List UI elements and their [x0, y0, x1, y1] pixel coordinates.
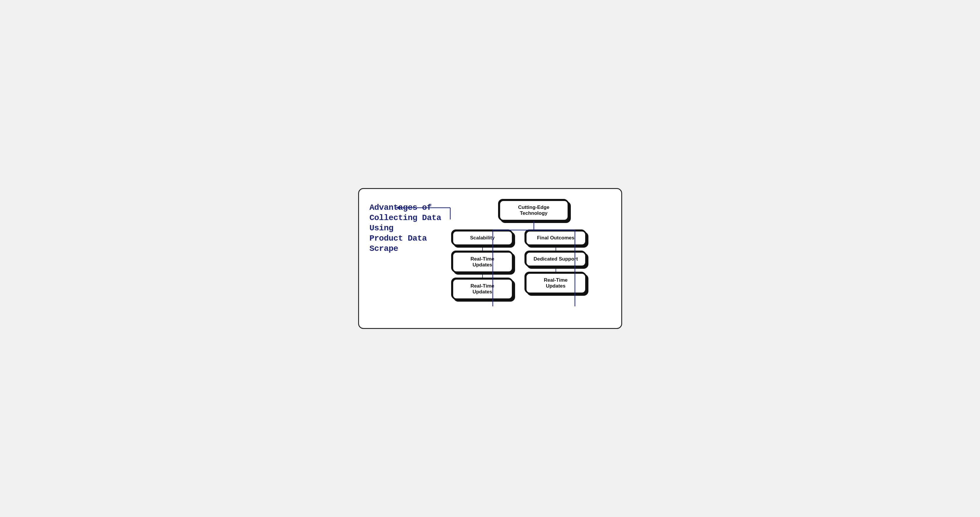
svg-marker-2 [396, 206, 400, 210]
main-card: Advantages of Collecting Data Using Prod… [358, 188, 622, 329]
node-realtime-updates-left-1: Real-Time Updates [452, 251, 513, 273]
node-realtime-updates-right: Real-Time Updates [525, 272, 587, 294]
right-column: Final Outcomes Dedicated Support Real-Ti… [525, 230, 587, 294]
top-section: Cutting-Edge Technology [499, 199, 569, 221]
node-realtime-updates-left-2: Real-Time Updates [452, 278, 513, 300]
left-column: Scalability Real-Time Updates Real-Time … [452, 230, 513, 300]
node-dedicated-support: Dedicated Support [525, 251, 587, 267]
vconn-left-2 [482, 273, 483, 278]
vconn-left-1 [482, 246, 483, 251]
node-scalability: Scalability [452, 230, 513, 246]
vconn-right-2 [555, 267, 556, 272]
title-arrow [396, 202, 458, 213]
spacer-top [452, 221, 616, 230]
node-final-outcomes: Final Outcomes [525, 230, 587, 246]
diagram-area: Cutting-Edge Technology [452, 199, 616, 300]
diagram-wrapper: Cutting-Edge Technology [452, 199, 616, 300]
node-cutting-edge: Cutting-Edge Technology [499, 199, 569, 221]
bottom-section: Scalability Real-Time Updates Real-Time … [452, 230, 616, 300]
vconn-right-1 [555, 246, 556, 251]
